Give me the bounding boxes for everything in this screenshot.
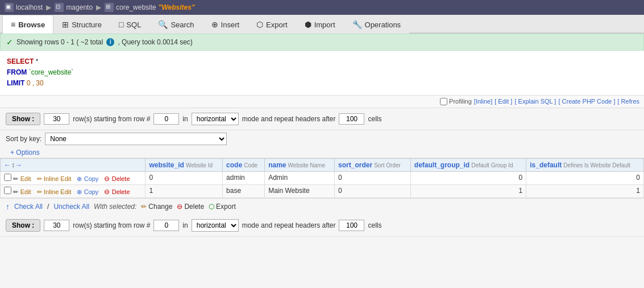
arrow-left[interactable]: ← — [4, 161, 11, 169]
sql-line3: LIMIT 0 , 30 — [7, 78, 637, 89]
row0-checkbox[interactable] — [4, 174, 11, 181]
sql-line2: FROM `core_website` — [7, 67, 637, 78]
col-header-sort_order[interactable]: sort_order Sort Order — [335, 158, 411, 171]
tab-export[interactable]: ⬡ Export — [248, 15, 296, 34]
cells-input[interactable] — [339, 113, 364, 125]
row1-is_default: 1 — [526, 184, 644, 198]
cells-label: cells — [368, 115, 381, 123]
col-header-is_default[interactable]: is_default Defines Is Website Default — [526, 158, 644, 171]
edit-link[interactable]: [ Edit ] — [495, 98, 512, 105]
controls-row2: Show : row(s) starting from row # in hor… — [0, 215, 644, 237]
rows-per-page-input[interactable] — [44, 113, 69, 125]
change-icon: ✏ — [141, 203, 147, 211]
tab-structure[interactable]: ⊞ Structure — [53, 15, 110, 34]
rows-per-page-input2[interactable] — [44, 220, 69, 231]
check-icon: ✓ — [6, 38, 13, 47]
sort-arrow: ↕ — [11, 161, 15, 169]
rows-label: row(s) starting from row # — [73, 115, 150, 123]
row1-actions: ✏ Edit ✏ Inline Edit ⊕ Copy ⊖ Delete — [1, 184, 146, 198]
status-bar: ✓ Showing rows 0 - 1 ( ~2 total i , Quer… — [0, 34, 644, 51]
row1-edit-link[interactable]: Edit — [20, 188, 31, 195]
row0-edit-link[interactable]: Edit — [20, 175, 31, 182]
delete-icon: ⊖ — [177, 203, 182, 211]
tab-sql[interactable]: □ SQL — [110, 15, 149, 34]
select-all-header: ← ↕ → — [1, 158, 146, 171]
breadcrumb-magento[interactable]: magento — [66, 3, 93, 11]
row1-code: base — [223, 184, 265, 198]
row1-copy-link[interactable]: Copy — [84, 188, 99, 195]
breadcrumb-table[interactable]: core_website — [116, 3, 156, 11]
explain-sql-link[interactable]: [ Explain SQL ] — [514, 98, 556, 105]
col-header-website_id[interactable]: website_id Website Id — [146, 158, 223, 171]
uncheck-all-link[interactable]: Uncheck All — [53, 203, 89, 211]
row0-delete-link[interactable]: Delete — [112, 175, 130, 182]
operations-icon: 🔧 — [352, 20, 362, 29]
start-row-input[interactable] — [153, 113, 179, 125]
table-row: ✏ Edit ✏ Inline Edit ⊕ Copy ⊖ Delete 1 b… — [1, 184, 644, 198]
row0-default_group_id: 0 — [410, 171, 526, 184]
search-icon: 🔍 — [158, 20, 168, 29]
delete-btn[interactable]: ⊖ Delete — [177, 203, 204, 211]
row0-is_default: 0 — [526, 171, 644, 184]
in-label: in — [182, 115, 188, 123]
sql-select-rest: * — [34, 57, 38, 65]
tab-operations[interactable]: 🔧 Operations — [344, 15, 410, 34]
mode-select2[interactable]: horizontal vertical grid — [192, 219, 239, 232]
data-table: ← ↕ → website_id Website Id code Code na… — [0, 158, 644, 198]
row1-name: Main Website — [265, 184, 335, 198]
tab-browse[interactable]: ≡ Browse — [2, 15, 53, 34]
cells-label2: cells — [368, 221, 381, 229]
row1-delete-link[interactable]: Delete — [112, 188, 130, 195]
arrow-right[interactable]: → — [15, 161, 22, 169]
structure-icon: ⊞ — [62, 20, 69, 29]
sql-from-str: `core_website` — [27, 68, 73, 76]
row0-name: Admin — [265, 171, 335, 184]
row0-actions: ✏ Edit ✏ Inline Edit ⊕ Copy ⊖ Delete — [1, 171, 146, 184]
export-btn[interactable]: ⬡ Export — [209, 203, 236, 211]
row1-sort_order: 0 — [335, 184, 411, 198]
mode-label: mode and repeat headers after — [242, 115, 336, 123]
breadcrumb-title: "Websites" — [159, 3, 195, 11]
row1-inline-edit-link[interactable]: Inline Edit — [44, 188, 71, 195]
row1-checkbox[interactable] — [4, 187, 11, 194]
sql-editor[interactable]: SELECT * FROM `core_website` LIMIT 0 , 3… — [0, 51, 644, 96]
sort-select[interactable]: None PRIMARY — [45, 133, 227, 145]
sql-icon: □ — [119, 20, 123, 29]
start-row-input2[interactable] — [153, 220, 179, 231]
col-header-name[interactable]: name Website Name — [265, 158, 335, 171]
show-button[interactable]: Show : — [6, 113, 40, 125]
in-label2: in — [182, 221, 188, 229]
sort-label: Sort by key: — [6, 135, 41, 143]
check-all-link[interactable]: Check All — [14, 203, 43, 211]
col-header-code[interactable]: code Code — [223, 158, 265, 171]
profiling-label[interactable]: Profiling — [440, 98, 472, 105]
tab-search[interactable]: 🔍 Search — [149, 15, 202, 34]
tab-insert[interactable]: ⊕ Insert — [203, 15, 248, 34]
row0-inline-edit-link[interactable]: Inline Edit — [44, 175, 71, 182]
sql-limit-kw: LIMIT — [7, 79, 24, 87]
with-selected-label: With selected: — [94, 203, 136, 211]
profiling-checkbox[interactable] — [440, 98, 447, 105]
row0-copy-link[interactable]: Copy — [84, 175, 99, 182]
breadcrumb-localhost[interactable]: localhost — [16, 3, 43, 11]
status-suffix: , Query took 0.0014 sec) — [118, 38, 192, 46]
cells-input2[interactable] — [339, 220, 364, 231]
col-header-default_group_id[interactable]: default_group_id Default Group Id — [410, 158, 526, 171]
tab-import[interactable]: ⬢ Import — [296, 15, 344, 34]
insert-icon: ⊕ — [211, 20, 218, 29]
row0-sort_order: 0 — [335, 171, 411, 184]
mode-select[interactable]: horizontal vertical grid — [192, 113, 239, 125]
inline-link[interactable]: [Inline] — [474, 98, 492, 105]
row0-code: admin — [223, 171, 265, 184]
options-link[interactable]: + Options — [6, 147, 44, 158]
show-button2[interactable]: Show : — [6, 219, 40, 232]
create-php-link[interactable]: [ Create PHP Code ] — [558, 98, 615, 105]
server-icon: ▣ — [5, 3, 14, 12]
info-icon[interactable]: i — [106, 38, 114, 46]
status-message: Showing rows 0 - 1 ( ~2 total — [16, 38, 103, 46]
rows-label2: row(s) starting from row # — [73, 221, 150, 229]
data-table-wrap: ← ↕ → website_id Website Id code Code na… — [0, 158, 644, 198]
row0-website_id: 0 — [146, 171, 223, 184]
change-btn[interactable]: ✏ Change — [141, 203, 172, 211]
refresh-link[interactable]: [ Refres — [617, 98, 639, 105]
